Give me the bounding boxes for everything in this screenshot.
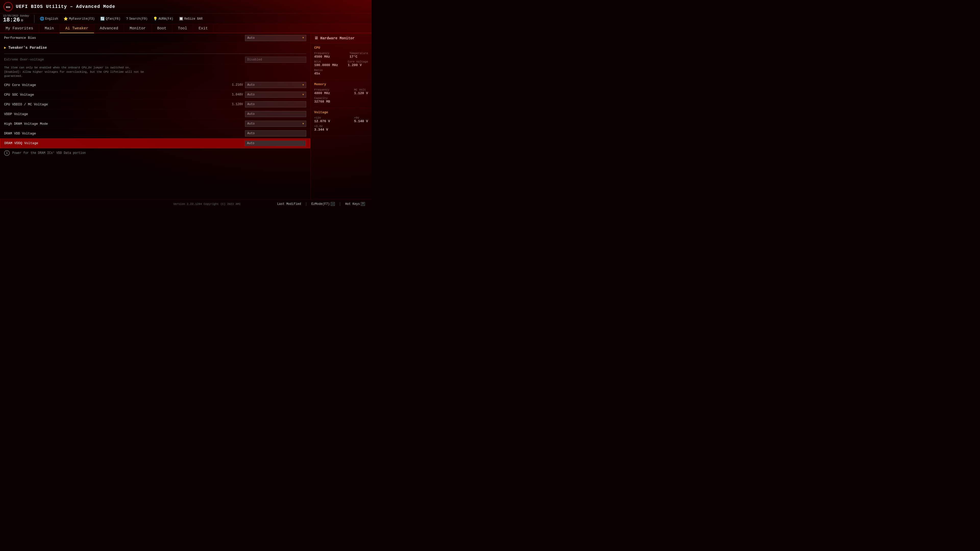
footer: Version 2.22.1284 Copyright (C) 2022 AMI… xyxy=(0,200,372,208)
hw-mem-capacity-label: Capacity xyxy=(314,97,330,100)
vddp-voltage-dropdown[interactable]: Auto xyxy=(245,111,306,117)
toolbar-search[interactable]: ? Search(F9) xyxy=(124,16,150,22)
cpu-soc-voltage-row[interactable]: CPU SOC Voltage 1.048V Auto ▼ xyxy=(0,90,310,100)
hw-cpu-freq-col: Frequency 4500 MHz xyxy=(314,52,330,59)
qfan-label: Qfan(F6) xyxy=(106,17,121,21)
nav-item-main[interactable]: Main xyxy=(39,24,60,33)
hw-volt-12-5-row: +12V 12.076 V +5V 5.140 V xyxy=(314,116,368,123)
high-dram-voltage-mode-row[interactable]: High DRAM Voltage Mode Auto ▼ xyxy=(0,119,310,129)
nav-item-monitor[interactable]: Monitor xyxy=(124,24,151,33)
hw-cpu-corevolt-col: Core Voltage 1.200 V xyxy=(348,60,368,67)
hw-volt-12-col: +12V 12.076 V xyxy=(314,116,330,123)
aura-label: AURA(F4) xyxy=(159,17,173,21)
toolbar-language[interactable]: 🌐 English xyxy=(38,16,60,22)
hw-mem-capacity-row: Capacity 32768 MB xyxy=(314,97,368,103)
time-display: 18:26 xyxy=(3,17,20,23)
cpu-core-voltage-row[interactable]: CPU Core Voltage 1.216V Auto ▼ xyxy=(0,80,310,90)
high-dram-voltage-mode-label: High DRAM Voltage Mode xyxy=(4,122,228,126)
hw-cpu-temp-value: 17°C xyxy=(349,55,368,59)
tweakers-paradise-label: Tweaker's Paradise xyxy=(8,46,47,50)
nav-item-exit[interactable]: Exit xyxy=(193,24,213,33)
nav-item-boot[interactable]: Boot xyxy=(151,24,172,33)
language-label: English xyxy=(45,17,58,21)
hw-cpu-temp-col: Temperature 17°C xyxy=(349,52,368,59)
cpu-core-voltage-dropdown[interactable]: Auto ▼ xyxy=(245,82,306,88)
header: ROG UEFI BIOS Utility – Advanced Mode xyxy=(0,0,372,14)
search-icon: ? xyxy=(126,17,128,21)
myfavorite-label: MyFavorite(F3) xyxy=(69,17,95,21)
dram-vddq-voltage-dropdown[interactable]: Auto xyxy=(245,140,306,146)
settings-panel: Performance Bias Auto ▼ ▶ Tweaker's Para… xyxy=(0,33,310,200)
performance-bias-row[interactable]: Performance Bias Auto ▼ xyxy=(0,33,310,43)
nav-item-my-favorites[interactable]: My Favorites xyxy=(0,24,39,33)
svg-text:ROG: ROG xyxy=(6,6,10,9)
hw-volt-5-col: +5V 5.140 V xyxy=(354,116,368,123)
tweakers-paradise-section[interactable]: ▶ Tweaker's Paradise xyxy=(0,43,310,52)
toolbar-qfan[interactable]: 🔄 Qfan(F6) xyxy=(98,16,123,22)
hot-keys-button[interactable]: Hot Keys ? xyxy=(342,201,368,206)
cpu-soc-voltage-label: CPU SOC Voltage xyxy=(4,93,228,97)
nav-bar: My Favorites Main Ai Tweaker Advanced Mo… xyxy=(0,24,372,33)
last-modified-label: Last Modified xyxy=(277,202,301,206)
cpu-vddio-mc-voltage-dropdown[interactable]: Auto xyxy=(245,101,306,107)
dram-vdd-voltage-row[interactable]: DRAM VDD Voltage Auto xyxy=(0,129,310,138)
cpu-vddio-mc-voltage-row[interactable]: CPU VDDIO / MC Voltage 1.120V Auto xyxy=(0,100,310,110)
nav-item-advanced[interactable]: Advanced xyxy=(94,24,124,33)
nav-item-ai-tweaker[interactable]: Ai Tweaker xyxy=(60,24,94,33)
monitor-icon: 🖥 xyxy=(314,36,318,41)
dropdown-arrow-icon: ▼ xyxy=(302,122,304,125)
hw-cpu-bclk-label: BCLK xyxy=(314,60,338,63)
hw-cpu-title: CPU xyxy=(314,46,368,50)
hw-cpu-corevolt-label: Core Voltage xyxy=(348,60,368,63)
high-dram-voltage-mode-dropdown[interactable]: Auto ▼ xyxy=(245,121,306,127)
dram-vdd-voltage-dropdown[interactable]: Auto xyxy=(245,130,306,137)
nav-item-tool[interactable]: Tool xyxy=(172,24,193,33)
toolbar-resizebar[interactable]: 🔲 ReSize BAR xyxy=(177,16,205,22)
footer-version: Version 2.22.1284 Copyright (C) 2022 AMI xyxy=(139,203,275,206)
hw-cpu-bclk-corevolt-row: BCLK 100.0000 MHz Core Voltage 1.200 V xyxy=(314,60,368,67)
performance-bias-label: Performance Bias xyxy=(4,36,245,40)
hw-memory-title: Memory xyxy=(314,83,368,86)
cpu-vddio-mc-voltage-label: CPU VDDIO / MC Voltage xyxy=(4,103,228,106)
toolbar: 12/25/2022 Sunday 18:26 ⚙ 🌐 English ⭐ My… xyxy=(0,14,372,24)
cpu-soc-voltage-dropdown[interactable]: Auto ▼ xyxy=(245,92,306,98)
extreme-overvoltage-row: Extreme Over-voltage Disabled xyxy=(0,55,310,65)
search-label: Search(F9) xyxy=(129,17,148,21)
dram-vddq-voltage-row[interactable]: DRAM VDDQ Voltage Auto xyxy=(0,138,310,148)
toolbar-aura[interactable]: 💡 AURA(F4) xyxy=(151,16,176,22)
info-description: i Power for the DRAM ICs' VDD Data porti… xyxy=(0,148,310,158)
hw-cpu-ratio-col: Ratio 45x xyxy=(314,68,323,76)
expand-arrow-icon: ▶ xyxy=(4,45,6,50)
dram-vddq-voltage-label: DRAM VDDQ Voltage xyxy=(4,141,228,145)
cpu-core-voltage-value: 1.216V xyxy=(228,83,243,87)
ezmode-button[interactable]: EzMode(F7) → xyxy=(309,201,337,206)
header-title: UEFI BIOS Utility – Advanced Mode xyxy=(16,4,369,9)
resize-icon: 🔲 xyxy=(179,17,183,21)
hw-volt-5-value: 5.140 V xyxy=(354,119,368,123)
hw-cpu-freq-temp-row: Frequency 4500 MHz Temperature 17°C xyxy=(314,52,368,59)
content-area: Performance Bias Auto ▼ ▶ Tweaker's Para… xyxy=(0,33,372,200)
hw-mem-capacity-col: Capacity 32768 MB xyxy=(314,97,330,103)
hw-mem-mcvolt-value: 1.120 V xyxy=(354,91,368,95)
dram-vdd-voltage-label: DRAM VDD Voltage xyxy=(4,132,228,135)
hw-mem-mcvolt-col: MC Volt 1.120 V xyxy=(354,88,368,95)
performance-bias-dropdown[interactable]: Auto ▼ xyxy=(245,35,306,41)
vddp-voltage-label: VDDP Voltage xyxy=(4,112,228,116)
toolbar-myfavorite[interactable]: ⭐ MyFavorite(F3) xyxy=(61,16,97,22)
hw-mem-capacity-value: 32768 MB xyxy=(314,100,330,103)
separator xyxy=(4,54,306,54)
hw-cpu-section: CPU Frequency 4500 MHz Temperature 17°C … xyxy=(310,43,372,80)
asus-logo: ROG xyxy=(3,2,13,12)
last-modified-button[interactable]: Last Modified xyxy=(275,202,304,206)
hw-mem-freq-label: Frequency xyxy=(314,88,330,91)
hw-cpu-temp-label: Temperature xyxy=(349,52,368,55)
hw-volt-33-label: +3.3V xyxy=(314,125,328,128)
info-icon: i xyxy=(4,150,10,156)
vddp-voltage-row[interactable]: VDDP Voltage Auto xyxy=(0,110,310,119)
aura-icon: 💡 xyxy=(153,17,158,21)
settings-icon[interactable]: ⚙ xyxy=(21,18,23,22)
hw-cpu-corevolt-value: 1.200 V xyxy=(348,63,368,67)
resizebar-label: ReSize BAR xyxy=(184,17,203,21)
cpu-core-voltage-label: CPU Core Voltage xyxy=(4,83,228,87)
cpu-vddio-mc-voltage-value: 1.120V xyxy=(228,103,243,106)
